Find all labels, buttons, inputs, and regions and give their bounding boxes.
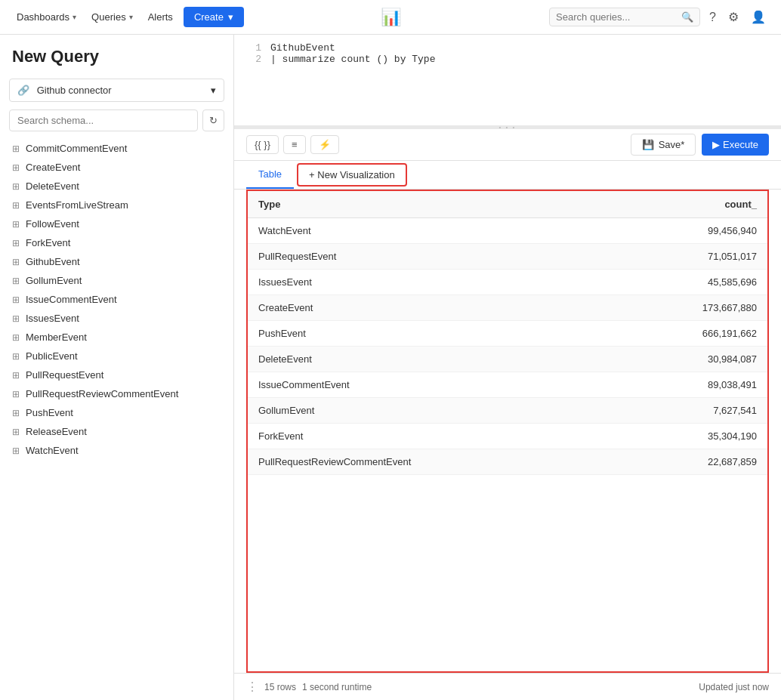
- schema-item[interactable]: ⊞ReleaseEvent: [0, 422, 233, 441]
- help-button[interactable]: ?: [706, 8, 719, 27]
- nav-alerts-button[interactable]: Alerts: [144, 8, 178, 26]
- table-row: GollumEvent7,627,541: [248, 398, 767, 424]
- table-icon: ⊞: [12, 143, 20, 154]
- connector-dropdown[interactable]: 🔗 Github connector ▾: [9, 79, 224, 102]
- schema-item[interactable]: ⊞CommitCommentEvent: [0, 139, 233, 158]
- results-area: Type count_ WatchEvent99,456,940PullRequ…: [234, 190, 781, 700]
- bolt-icon: ⚡: [319, 139, 331, 150]
- table-icon: ⊞: [12, 389, 20, 399]
- schema-item[interactable]: ⊞WatchEvent: [0, 441, 233, 460]
- cell-count: 22,687,859: [610, 449, 767, 475]
- table-icon: ⊞: [12, 200, 20, 211]
- table-icon: ⊞: [12, 332, 20, 343]
- save-button[interactable]: 💾 Save*: [631, 134, 696, 156]
- execute-button[interactable]: ▶ Execute: [702, 134, 769, 156]
- format-code-button[interactable]: {{ }}: [246, 135, 279, 154]
- cell-count: 7,627,541: [610, 398, 767, 424]
- schema-item[interactable]: ⊞DeleteEvent: [0, 177, 233, 196]
- schema-item-label: IssueCommentEvent: [26, 294, 117, 305]
- schema-item[interactable]: ⊞PullRequestReviewCommentEvent: [0, 384, 233, 403]
- table-icon: ⊞: [12, 219, 20, 230]
- nav-dashboards-button[interactable]: Dashboards ▾: [12, 8, 81, 26]
- dashboards-chevron-icon: ▾: [73, 13, 76, 21]
- settings-icon-button[interactable]: ⚙: [725, 7, 742, 27]
- schema-item[interactable]: ⊞IssueCommentEvent: [0, 290, 233, 309]
- schema-item-label: EventsFromLiveStream: [26, 199, 128, 211]
- schema-search-input[interactable]: [9, 109, 198, 131]
- search-input[interactable]: [556, 11, 677, 23]
- table-row: ForkEvent35,304,190: [248, 424, 767, 449]
- cell-count: 45,585,696: [610, 270, 767, 295]
- schema-item[interactable]: ⊞CreateEvent: [0, 158, 233, 177]
- schema-item-label: ForkEvent: [26, 237, 70, 248]
- user-avatar-button[interactable]: 👤: [748, 7, 769, 27]
- quick-run-button[interactable]: ⚡: [310, 135, 339, 154]
- table-row: PullRequestReviewCommentEvent22,687,859: [248, 449, 767, 475]
- cell-count: 71,051,017: [610, 244, 767, 270]
- footer-menu-icon[interactable]: ⋮: [246, 680, 258, 694]
- schema-item[interactable]: ⊞MemberEvent: [0, 328, 233, 347]
- queries-label: Queries: [91, 11, 126, 23]
- table-header: Type count_: [248, 191, 767, 218]
- updated-label: Updated just now: [699, 682, 769, 692]
- line-content: GithubEvent: [270, 42, 335, 54]
- table-icon: ⊞: [12, 181, 20, 192]
- line-content: | summarize count () by Type: [270, 54, 435, 65]
- table-icon: ⊞: [12, 238, 20, 248]
- schema-item[interactable]: ⊞ForkEvent: [0, 233, 233, 252]
- line-number: 1: [246, 42, 261, 54]
- schema-item[interactable]: ⊞FollowEvent: [0, 214, 233, 233]
- table-icon: ⊞: [12, 351, 20, 362]
- toolbar-left: {{ }} ≡ ⚡: [246, 135, 339, 154]
- schema-item[interactable]: ⊞PublicEvent: [0, 347, 233, 365]
- queries-chevron-icon: ▾: [129, 13, 133, 21]
- table-row: PushEvent666,191,662: [248, 321, 767, 347]
- schema-item[interactable]: ⊞PullRequestEvent: [0, 365, 233, 384]
- create-button[interactable]: Create ▾: [184, 7, 244, 27]
- brand-logo: 📊: [381, 8, 401, 27]
- execute-label: ▶ Execute: [712, 139, 758, 150]
- results-table: Type count_ WatchEvent99,456,940PullRequ…: [248, 191, 767, 475]
- tab-new-visualization[interactable]: + New Visualization: [297, 163, 407, 187]
- table-icon: ⊞: [12, 276, 20, 286]
- table-row: IssueCommentEvent89,038,491: [248, 372, 767, 398]
- schema-item[interactable]: ⊞PushEvent: [0, 403, 233, 422]
- page-title: New Query: [0, 47, 233, 79]
- tab-table[interactable]: Table: [246, 161, 294, 189]
- cell-count: 99,456,940: [610, 218, 767, 244]
- table-icon: ⊞: [12, 370, 20, 381]
- table-icon: ⊞: [12, 313, 20, 324]
- list-view-button[interactable]: ≡: [283, 135, 306, 154]
- alerts-label: Alerts: [148, 11, 173, 23]
- schema-item[interactable]: ⊞GollumEvent: [0, 271, 233, 290]
- schema-item[interactable]: ⊞GithubEvent: [0, 252, 233, 271]
- main-layout: New Query 🔗 Github connector ▾ ↻ ⊞Commit…: [0, 35, 781, 700]
- connector-label: Github connector: [37, 85, 112, 96]
- editor-body[interactable]: 1GithubEvent2| summarize count () by Typ…: [234, 35, 781, 125]
- results-footer: ⋮ 15 rows 1 second runtime Updated just …: [234, 673, 781, 700]
- create-label: Create: [194, 11, 224, 23]
- schema-refresh-button[interactable]: ↻: [202, 109, 224, 131]
- schema-item-label: MemberEvent: [26, 331, 87, 343]
- schema-item[interactable]: ⊞EventsFromLiveStream: [0, 196, 233, 214]
- schema-item-label: GollumEvent: [26, 275, 82, 286]
- cell-type: DeleteEvent: [248, 347, 610, 372]
- table-row: CreateEvent173,667,880: [248, 295, 767, 321]
- editor-line: 2| summarize count () by Type: [246, 54, 769, 65]
- cell-count: 666,191,662: [610, 321, 767, 347]
- brand-icon: 📊: [381, 8, 401, 26]
- schema-item-label: ReleaseEvent: [26, 426, 87, 437]
- connector-selector: 🔗 Github connector ▾: [0, 79, 233, 109]
- tab-table-label: Table: [258, 168, 282, 180]
- results-table-container[interactable]: Type count_ WatchEvent99,456,940PullRequ…: [246, 190, 769, 673]
- content-area: 1GithubEvent2| summarize count () by Typ…: [234, 35, 781, 700]
- nav-queries-button[interactable]: Queries ▾: [87, 8, 137, 26]
- schema-item[interactable]: ⊞IssuesEvent: [0, 309, 233, 328]
- format-icon: {{ }}: [255, 139, 270, 150]
- table-icon: ⊞: [12, 162, 20, 173]
- cell-type: CreateEvent: [248, 295, 610, 321]
- col-type-header: Type: [248, 191, 610, 218]
- tabs-bar: Table + New Visualization: [234, 161, 781, 190]
- table-icon: ⊞: [12, 257, 20, 267]
- schema-item-label: IssuesEvent: [26, 313, 79, 324]
